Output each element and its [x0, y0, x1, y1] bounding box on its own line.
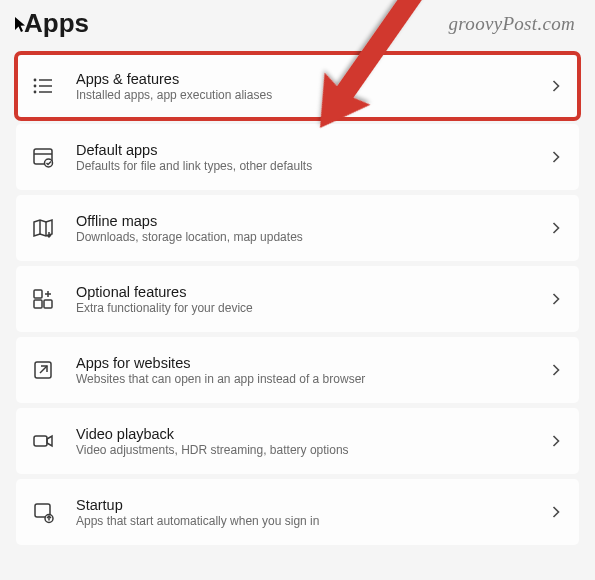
item-offline-maps[interactable]: Offline maps Downloads, storage location…	[16, 195, 579, 261]
page-title: Apps	[14, 8, 89, 39]
item-subtitle: Video adjustments, HDR streaming, batter…	[76, 443, 529, 457]
item-subtitle: Websites that can open in an app instead…	[76, 372, 529, 386]
chevron-right-icon	[549, 292, 563, 306]
chevron-right-icon	[549, 434, 563, 448]
item-subtitle: Apps that start automatically when you s…	[76, 514, 529, 528]
watermark: groovyPost.com	[449, 13, 575, 35]
item-text: Startup Apps that start automatically wh…	[76, 497, 529, 528]
optional-features-icon	[30, 286, 56, 312]
chevron-right-icon	[549, 79, 563, 93]
offline-maps-icon	[30, 215, 56, 241]
svg-rect-13	[44, 300, 52, 308]
item-apps-features[interactable]: Apps & features Installed apps, app exec…	[16, 53, 579, 119]
item-subtitle: Defaults for file and link types, other …	[76, 159, 529, 173]
item-optional-features[interactable]: Optional features Extra functionality fo…	[16, 266, 579, 332]
item-title: Video playback	[76, 426, 529, 442]
item-title: Apps & features	[76, 71, 529, 87]
chevron-right-icon	[549, 505, 563, 519]
svg-line-17	[40, 366, 47, 373]
item-title: Optional features	[76, 284, 529, 300]
svg-point-2	[34, 85, 37, 88]
item-text: Optional features Extra functionality fo…	[76, 284, 529, 315]
chevron-right-icon	[549, 150, 563, 164]
item-text: Offline maps Downloads, storage location…	[76, 213, 529, 244]
item-apps-for-websites[interactable]: Apps for websites Websites that can open…	[16, 337, 579, 403]
apps-features-icon	[30, 73, 56, 99]
svg-rect-11	[34, 290, 42, 298]
svg-rect-12	[34, 300, 42, 308]
item-text: Apps & features Installed apps, app exec…	[76, 71, 529, 102]
video-playback-icon	[30, 428, 56, 454]
item-text: Video playback Video adjustments, HDR st…	[76, 426, 529, 457]
item-video-playback[interactable]: Video playback Video adjustments, HDR st…	[16, 408, 579, 474]
page-title-text: Apps	[24, 8, 89, 39]
item-title: Startup	[76, 497, 529, 513]
item-text: Apps for websites Websites that can open…	[76, 355, 529, 386]
item-text: Default apps Defaults for file and link …	[76, 142, 529, 173]
startup-icon	[30, 499, 56, 525]
svg-rect-18	[34, 436, 47, 446]
item-subtitle: Extra functionality for your device	[76, 301, 529, 315]
default-apps-icon	[30, 144, 56, 170]
item-startup[interactable]: Startup Apps that start automatically wh…	[16, 479, 579, 545]
apps-for-websites-icon	[30, 357, 56, 383]
item-subtitle: Installed apps, app execution aliases	[76, 88, 529, 102]
item-title: Offline maps	[76, 213, 529, 229]
svg-point-4	[34, 91, 37, 94]
chevron-right-icon	[549, 221, 563, 235]
item-title: Default apps	[76, 142, 529, 158]
page-header: Apps groovyPost.com	[0, 0, 595, 53]
settings-list: Apps & features Installed apps, app exec…	[0, 53, 595, 545]
svg-point-0	[34, 79, 37, 82]
item-default-apps[interactable]: Default apps Defaults for file and link …	[16, 124, 579, 190]
item-title: Apps for websites	[76, 355, 529, 371]
item-subtitle: Downloads, storage location, map updates	[76, 230, 529, 244]
chevron-right-icon	[549, 363, 563, 377]
